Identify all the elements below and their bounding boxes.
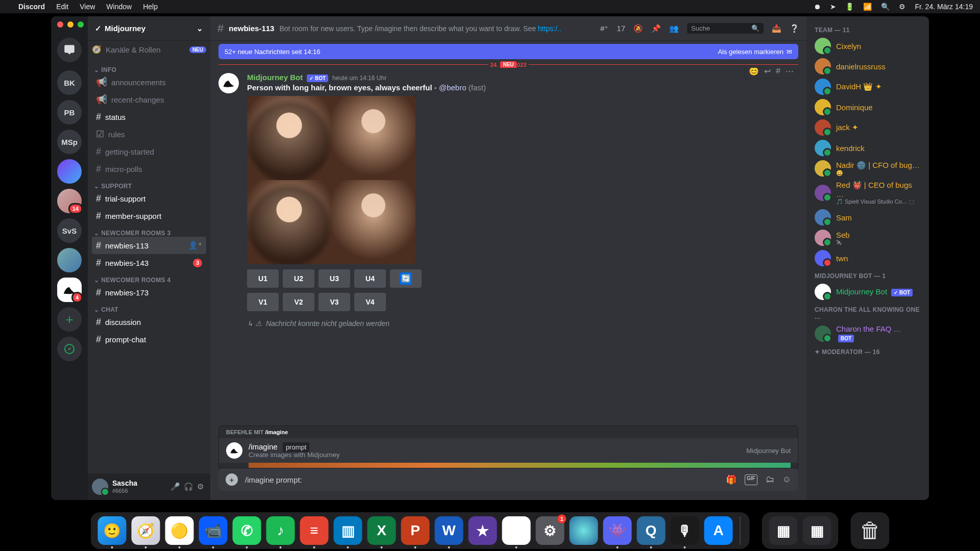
dock-quicktime[interactable]: Q [637, 516, 666, 545]
close-icon[interactable] [57, 21, 63, 28]
dock-word[interactable]: W [435, 516, 463, 545]
result-image-1[interactable] [247, 96, 331, 180]
maximize-icon[interactable] [78, 21, 84, 28]
server-img1[interactable] [57, 159, 82, 184]
wifi-icon[interactable]: 📶 [863, 3, 872, 11]
channel-recent-changes[interactable]: 📢recent-changes [92, 91, 206, 108]
search-input[interactable]: Suche 🔍 [687, 23, 764, 34]
help-icon[interactable]: ❔ [790, 24, 799, 33]
gift-icon[interactable]: 🎁 [726, 474, 737, 485]
thread-icon[interactable]: # [776, 68, 780, 76]
dock-voice[interactable]: 🎙 [671, 516, 699, 545]
attach-button[interactable]: + [226, 473, 238, 486]
upscale-1[interactable]: U1 [247, 269, 279, 288]
dock-zoom[interactable]: 📹 [199, 516, 228, 545]
channel-category[interactable]: ⌄ CHAT [92, 306, 206, 313]
dock-discord[interactable]: 👾 [603, 516, 632, 545]
notifications-icon[interactable]: 🔕 [633, 24, 643, 33]
create-invite-icon[interactable]: 👤⁺ [188, 241, 202, 250]
minimize-icon[interactable] [67, 21, 74, 28]
channel-newbies-173[interactable]: #newbies-173 [92, 284, 206, 301]
channel-category[interactable]: ⌄ SUPPORT [92, 183, 206, 190]
sticker-icon[interactable]: 🗂 [766, 474, 774, 485]
mute-icon[interactable]: 🎤 [170, 482, 180, 491]
pinned-icon[interactable]: 📌 [651, 24, 661, 33]
explore-servers-button[interactable] [57, 337, 82, 361]
self-avatar[interactable] [92, 479, 108, 495]
dock-excel[interactable]: X [368, 516, 396, 545]
member-row[interactable]: danielrussruss [811, 56, 925, 77]
variation-3[interactable]: V3 [318, 293, 350, 311]
gif-icon[interactable]: GIF [745, 474, 757, 485]
channel-announcements[interactable]: 📢announcements [92, 73, 206, 91]
member-charon[interactable]: Charon the FAQ … BOT [811, 322, 925, 344]
battery-icon[interactable]: 🔋 [845, 3, 854, 11]
new-messages-banner[interactable]: 52+ neue Nachrichten seit 14:16 Als gele… [218, 44, 798, 59]
chevron-down-icon[interactable]: ⌄ [197, 24, 203, 33]
channel-category[interactable]: ⌄ NEWCOMER ROOMS 3 [92, 230, 206, 237]
message-author[interactable]: Midjourney Bot [247, 73, 303, 82]
member-row[interactable]: Cixelyn [811, 36, 925, 56]
channel-category[interactable]: ⌄ INFO [92, 66, 206, 73]
mark-read-icon[interactable]: ✉ [787, 48, 792, 56]
members-icon[interactable]: 👥 [669, 24, 679, 33]
command-item[interactable]: /imagine prompt Create images with Midjo… [219, 438, 798, 463]
server-dm[interactable] [57, 38, 82, 62]
result-image-grid[interactable] [247, 96, 415, 264]
dock-appstore[interactable]: A [704, 516, 733, 545]
variation-1[interactable]: V1 [247, 293, 279, 311]
dock-todoist[interactable]: ≡ [300, 516, 329, 545]
inbox-icon[interactable]: 📥 [772, 24, 781, 33]
variation-4[interactable]: V4 [354, 293, 386, 311]
member-row[interactable]: twn [811, 248, 925, 268]
add-reaction-icon[interactable]: 😊 [749, 68, 759, 76]
channel-member-support[interactable]: #member-support [92, 207, 206, 224]
threads-icon[interactable]: #⁺ [600, 24, 608, 33]
result-image-3[interactable] [247, 180, 331, 264]
message-composer[interactable]: + /imagine prompt: 🎁 GIF 🗂 ☺ [218, 468, 798, 491]
trash-icon[interactable]: 🗑 [856, 516, 885, 545]
reroll-button[interactable]: 🔄 [390, 269, 422, 288]
menubar-clock[interactable]: Fr. 24. März 14:19 [915, 3, 973, 11]
channel-micro-polls[interactable]: #micro-polls [92, 160, 206, 178]
channel-category[interactable]: ⌄ NEWCOMER ROOMS 4 [92, 277, 206, 284]
result-image-4[interactable] [331, 180, 415, 264]
dock-chrome[interactable]: 🟡 [165, 516, 194, 545]
variation-2[interactable]: V2 [283, 293, 314, 311]
server-avatar2[interactable] [57, 248, 82, 272]
dock-finder[interactable]: 🙂 [98, 516, 127, 545]
location-icon[interactable]: ➤ [830, 3, 836, 11]
member-row[interactable]: Sam [811, 207, 925, 228]
topic-link[interactable]: https:/.. [538, 24, 561, 33]
dock-imovie[interactable]: ★ [469, 516, 497, 545]
server-bk[interactable]: BK [57, 70, 82, 95]
composer-text[interactable]: /imagine prompt: [245, 475, 719, 484]
channel-status[interactable]: #status [92, 108, 206, 126]
channels-and-roles[interactable]: 🧭 Kanäle & Rollen NEU [88, 41, 210, 58]
guild-header[interactable]: ✓Midjourney ⌄ [88, 16, 210, 41]
dock-safari[interactable]: 🧭 [132, 516, 160, 545]
mark-read-label[interactable]: Als gelesen markieren [718, 48, 783, 56]
menubar-edit[interactable]: Edit [56, 3, 68, 11]
menubar-help[interactable]: Help [143, 3, 158, 11]
server-svs[interactable]: SvS [57, 218, 82, 243]
spotlight-icon[interactable]: 🔍 [881, 3, 890, 11]
member-row[interactable]: Red 👹 | CEO of bugs …🎵 Spielt Visual Stu… [811, 179, 925, 207]
menubar-view[interactable]: View [80, 3, 95, 11]
emoji-icon[interactable]: ☺ [782, 474, 791, 485]
server-avatar1[interactable]: 14 [57, 189, 82, 213]
mention[interactable]: @bebro [439, 83, 467, 92]
dock-settings[interactable]: ⚙1 [536, 516, 565, 545]
upscale-3[interactable]: U3 [318, 269, 350, 288]
reply-icon[interactable]: ↩ [764, 68, 771, 76]
bot-avatar[interactable] [218, 73, 239, 93]
result-image-2[interactable] [331, 96, 415, 180]
channel-discussion[interactable]: #discussion [92, 313, 206, 331]
dock-drive[interactable]: ▲ [502, 516, 531, 545]
settings-icon[interactable]: ⚙ [197, 482, 206, 491]
channel-newbies-143[interactable]: #newbies-1433 [92, 254, 206, 271]
rec-icon[interactable]: ⏺ [814, 3, 821, 11]
control-center-icon[interactable]: ⚙ [899, 3, 905, 11]
server-midjourney[interactable]: 4 [57, 278, 82, 302]
member-row[interactable]: Seb🛰 [811, 228, 925, 248]
